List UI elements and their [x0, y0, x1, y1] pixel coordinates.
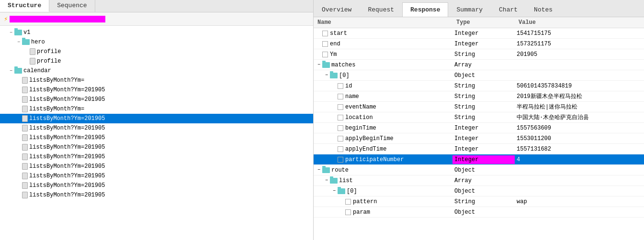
r-folder-icon [330, 178, 338, 184]
tree-item-profile1[interactable]: profile [0, 47, 313, 56]
r-name-label: [0] [347, 188, 357, 195]
r-checkbox[interactable] [345, 209, 351, 215]
r-checkbox[interactable] [338, 104, 343, 110]
r-checkbox[interactable] [338, 115, 343, 120]
r-toggle: − [316, 167, 322, 173]
type-cell: String [452, 92, 515, 101]
tree-item-item9[interactable]: listsByMonth?Ym=201905 [0, 152, 313, 162]
tree-item-item7[interactable]: listsByMonth?Ym=201905 [0, 133, 313, 142]
r-checkbox[interactable] [338, 136, 343, 142]
response-row[interactable]: −[0]Object [314, 70, 644, 81]
tree-item-item5[interactable]: listsByMonth?Ym=201905 [0, 114, 313, 123]
r-checkbox[interactable] [338, 157, 343, 163]
r-checkbox[interactable] [338, 125, 343, 131]
right-tab-notes[interactable]: Notes [526, 2, 561, 17]
left-tab-structure[interactable]: Structure [0, 0, 49, 12]
right-tab-request[interactable]: Request [360, 2, 402, 17]
tree-item-item1[interactable]: listsByMonth?Ym= [0, 76, 313, 85]
response-row[interactable]: applyEndTimeInteger1557131682 [314, 144, 644, 154]
response-row[interactable]: startInteger1541715175 [314, 28, 644, 39]
folder-icon [14, 30, 22, 35]
right-tab-summary[interactable]: Summary [448, 2, 491, 17]
r-name-label: participateNumber [345, 156, 404, 163]
response-row[interactable]: patternStringwap [314, 196, 644, 207]
response-row[interactable]: applyBeginTimeInteger1553011200 [314, 133, 644, 144]
tree-item-item4[interactable]: listsByMonth?Ym= [0, 104, 313, 114]
tree-item-item2[interactable]: listsByMonth?Ym=201905 [0, 85, 313, 95]
r-name-label: name [345, 93, 359, 100]
response-row[interactable]: endInteger1573251175 [314, 39, 644, 49]
value-cell: 1557563609 [515, 124, 644, 132]
type-cell: Integer [452, 145, 515, 153]
tree-label: listsByMonth?Ym=201905 [29, 153, 105, 160]
tree-item-item13[interactable]: listsByMonth?Ym=201905 [0, 190, 313, 200]
lightning-icon: ⚡ [4, 15, 8, 23]
value-cell [515, 190, 644, 192]
response-row[interactable]: beginTimeInteger1557563609 [314, 123, 644, 133]
tree-item-hero[interactable]: −hero [0, 37, 313, 47]
response-row[interactable]: −routeObject [314, 165, 644, 175]
tree-item-item12[interactable]: listsByMonth?Ym=201905 [0, 181, 313, 190]
value-cell: 2019新疆木垒半程马拉松 [515, 91, 644, 101]
r-toggle: − [323, 178, 330, 183]
type-cell: Object [452, 208, 515, 217]
type-cell: Array [452, 176, 515, 185]
right-tab-overview[interactable]: Overview [314, 2, 360, 17]
tree-item-item3[interactable]: listsByMonth?Ym=201905 [0, 95, 313, 104]
value-cell: 201905 [515, 50, 644, 59]
response-row[interactable]: participateNumberInteger4 [314, 154, 644, 165]
response-row[interactable]: eventNameString半程马拉松|迷你马拉松 [314, 102, 644, 112]
response-row[interactable]: YmString201905 [314, 49, 644, 60]
response-table: Name Type Value startInteger1541715175en… [314, 17, 644, 240]
tree-item-calendar[interactable]: −calendar [0, 66, 313, 76]
type-cell: Object [452, 166, 515, 175]
r-name-label: start [330, 30, 347, 37]
tree-item-item8[interactable]: listsByMonth?Ym=201905 [0, 142, 313, 152]
name-cell: −matches [314, 61, 452, 69]
r-name-label: param [353, 209, 370, 216]
col-value-header: Value [519, 19, 640, 26]
tree-item-item10[interactable]: listsByMonth?Ym=201905 [0, 162, 313, 171]
file-icon [22, 125, 28, 131]
r-checkbox[interactable] [322, 52, 328, 57]
tree-item-item6[interactable]: listsByMonth?Ym=201905 [0, 123, 313, 133]
type-cell: String [452, 197, 515, 206]
response-row[interactable]: idString5061014357834819 [314, 81, 644, 91]
tree-item-v1[interactable]: −v1 [0, 28, 313, 37]
value-cell [515, 180, 644, 182]
r-checkbox[interactable] [338, 94, 343, 99]
type-cell: Array [452, 61, 515, 69]
r-name-label: id [345, 83, 352, 89]
tree-label: profile [37, 48, 61, 55]
tree-label: listsByMonth?Ym=201905 [29, 192, 105, 198]
tree-label: listsByMonth?Ym=201905 [29, 96, 105, 103]
response-row[interactable]: −matchesArray [314, 60, 644, 70]
name-cell: Ym [314, 50, 452, 59]
r-checkbox[interactable] [322, 31, 328, 36]
response-row[interactable]: −listArray [314, 175, 644, 186]
response-row[interactable]: locationString中国大陆·木垒哈萨克自治县 [314, 112, 644, 123]
r-checkbox[interactable] [322, 41, 328, 47]
name-cell: −[0] [314, 71, 452, 80]
r-checkbox[interactable] [338, 146, 343, 152]
file-icon [22, 173, 28, 179]
r-folder-icon [330, 73, 338, 78]
tree-label: listsByMonth?Ym=201905 [29, 163, 105, 170]
tree-item-profile2[interactable]: profile [0, 56, 313, 66]
r-checkbox[interactable] [345, 199, 351, 205]
r-checkbox[interactable] [338, 83, 343, 89]
tree-label: calendar [23, 67, 51, 74]
value-cell: 1557131682 [515, 145, 644, 153]
response-rows: startInteger1541715175endInteger15732511… [314, 28, 644, 218]
tree-item-item11[interactable]: listsByMonth?Ym=201905 [0, 171, 313, 181]
name-cell: beginTime [314, 124, 452, 132]
response-row[interactable]: nameString2019新疆木垒半程马拉松 [314, 91, 644, 102]
file-icon [30, 58, 35, 65]
r-name-label: [0] [339, 72, 350, 79]
response-row[interactable]: −[0]Object [314, 186, 644, 196]
right-tab-chart[interactable]: Chart [491, 2, 526, 17]
response-row[interactable]: paramObject [314, 207, 644, 218]
right-tab-response[interactable]: Response [402, 2, 448, 17]
left-tab-sequence[interactable]: Sequence [49, 0, 95, 12]
tree-area: −v1−hero profile profile−calendar listsB… [0, 26, 313, 240]
